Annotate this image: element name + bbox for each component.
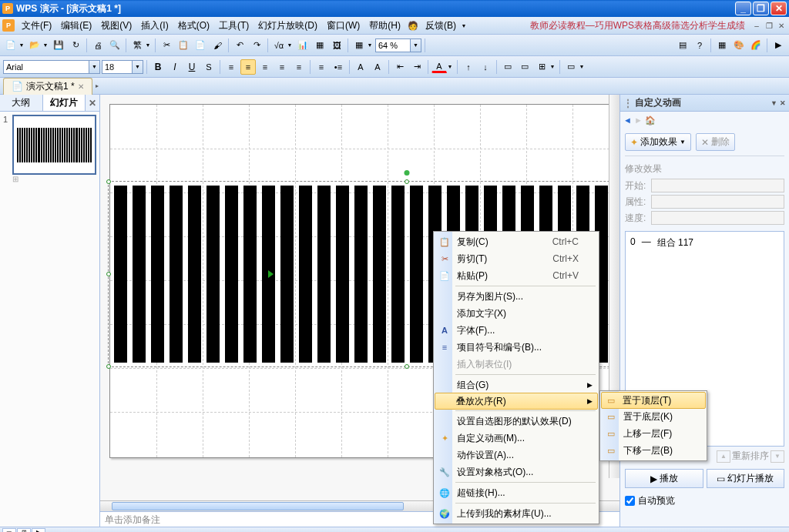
nav-back-icon[interactable]: ◄: [623, 115, 632, 125]
taskpane-close[interactable]: ✕: [780, 99, 786, 107]
menu-tools[interactable]: 工具(T): [214, 18, 253, 34]
sm-forward[interactable]: ▭上移一层(F): [602, 425, 705, 442]
resize-handle-nw[interactable]: [106, 179, 111, 184]
scroll-thumb[interactable]: [112, 502, 404, 510]
feedback-dropdown[interactable]: ▼: [461, 18, 468, 33]
nav-forward-icon[interactable]: ►: [634, 115, 643, 125]
sm-back[interactable]: ▭置于底层(K): [602, 408, 705, 425]
cm-copy[interactable]: 📋复制(C)Ctrl+C: [435, 233, 597, 250]
menu-edit[interactable]: 编辑(E): [56, 18, 96, 34]
menu-view[interactable]: 视图(V): [96, 18, 136, 34]
bring-front-button[interactable]: ▭: [500, 59, 515, 75]
cm-upload[interactable]: 🌍上传到我的素材库(U)...: [435, 505, 597, 522]
doc-icon[interactable]: P: [2, 19, 15, 32]
align-justify-button[interactable]: ≡: [274, 59, 290, 75]
nav-home-icon[interactable]: 🏠: [645, 115, 656, 125]
autopreview-row[interactable]: 自动预览: [625, 491, 784, 510]
cm-cut[interactable]: ✂剪切(T)Ctrl+X: [435, 250, 597, 267]
menu-format[interactable]: 格式(O): [173, 18, 214, 34]
menu-insert[interactable]: 插入(I): [136, 18, 173, 34]
font-size-input[interactable]: [102, 61, 132, 73]
cm-action[interactable]: 动作设置(A)...: [435, 447, 597, 463]
cm-default-autoshape[interactable]: 设置自选图形的默认效果(D): [435, 413, 597, 430]
view-show-button[interactable]: ▶: [32, 528, 45, 533]
mdi-restore[interactable]: ❐: [764, 21, 774, 30]
new-dropdown[interactable]: ▼: [18, 38, 25, 53]
copy-toolbar-button[interactable]: 📋: [176, 38, 191, 53]
speed-select[interactable]: [651, 211, 784, 225]
bullets-button[interactable]: •≡: [331, 59, 346, 75]
new-slide-button[interactable]: ▭: [563, 59, 579, 75]
view-sorter-button[interactable]: ⊞: [17, 528, 31, 533]
equation-button[interactable]: √α: [271, 38, 287, 53]
open-button[interactable]: 📂: [27, 38, 42, 53]
send-back-button[interactable]: ▭: [517, 59, 532, 75]
anim-scheme-button[interactable]: 🌈: [748, 38, 764, 53]
save-button[interactable]: 💾: [51, 38, 66, 53]
outline-close[interactable]: ✕: [86, 95, 99, 111]
resize-handle-sw[interactable]: [106, 364, 111, 369]
close-button[interactable]: ✕: [771, 2, 787, 15]
chart-button[interactable]: 📊: [295, 38, 311, 53]
slideshow-button[interactable]: ▶: [771, 38, 786, 53]
numbering-button[interactable]: ≡: [314, 59, 329, 75]
sm-backward[interactable]: ▭下移一层(B): [602, 442, 705, 459]
cm-group[interactable]: 组合(G)▶: [435, 376, 597, 393]
promo-link[interactable]: 教师必读教程—巧用WPS表格高级筛选分析学生成绩: [530, 19, 751, 32]
tab-scroll[interactable]: ▸: [96, 82, 99, 89]
cut-toolbar-button[interactable]: ✂: [159, 38, 174, 53]
new-button[interactable]: 📄: [3, 38, 18, 53]
cm-order[interactable]: 叠放次序(R)▶: [435, 393, 598, 410]
property-select[interactable]: [651, 195, 784, 209]
table-button[interactable]: ▦: [312, 38, 327, 53]
taskpane-button[interactable]: ▤: [675, 38, 690, 53]
convert-button[interactable]: 繁: [129, 38, 145, 53]
resize-handle-n[interactable]: [405, 179, 409, 184]
delete-effect-button[interactable]: ✕删除: [696, 133, 735, 151]
align-center-button[interactable]: ≡: [240, 59, 256, 75]
promote-button[interactable]: ↑: [461, 59, 476, 75]
italic-button[interactable]: I: [167, 59, 183, 75]
sm-front[interactable]: ▭置于顶层(T): [601, 392, 706, 409]
font-size-combo[interactable]: ▼: [102, 60, 143, 74]
doc-tab[interactable]: 📄 演示文稿1 * ✕: [3, 78, 92, 95]
paste-toolbar-button[interactable]: 📄: [193, 38, 208, 53]
reorder-down-button[interactable]: ▼: [771, 450, 784, 463]
font-smaller-button[interactable]: A: [370, 59, 385, 75]
view-normal-button[interactable]: ▭: [2, 528, 16, 533]
mdi-close[interactable]: ✕: [776, 21, 787, 30]
demote-button[interactable]: ↓: [478, 59, 493, 75]
cm-format-obj[interactable]: 🔧设置对象格式(O)...: [435, 463, 597, 480]
menu-help[interactable]: 帮助(H): [364, 18, 405, 34]
reload-button[interactable]: ↻: [68, 38, 83, 53]
doc-tab-close[interactable]: ✕: [78, 82, 84, 91]
font-larger-button[interactable]: A: [353, 59, 368, 75]
align-objects-button[interactable]: ⊞: [534, 59, 549, 75]
grid-button[interactable]: ▦: [351, 38, 367, 53]
menu-feedback[interactable]: 反馈(B): [421, 18, 461, 34]
cm-hyperlink[interactable]: 🌐超链接(H)...: [435, 484, 597, 501]
play-button[interactable]: ▶ 播放: [625, 469, 703, 488]
design-button[interactable]: 🎨: [731, 38, 747, 53]
maximize-button[interactable]: ❐: [753, 2, 769, 15]
add-effect-button[interactable]: ✦添加效果 ▼: [625, 133, 691, 151]
cm-paste[interactable]: 📄粘贴(P)Ctrl+V: [435, 267, 597, 284]
menu-window[interactable]: 窗口(W): [322, 18, 364, 34]
bold-button[interactable]: B: [150, 59, 166, 75]
reorder-up-button[interactable]: ▲: [717, 450, 730, 463]
menu-slideshow[interactable]: 幻灯片放映(D): [253, 18, 322, 34]
zoom-input[interactable]: [376, 39, 410, 52]
cm-font[interactable]: A字体(F)...: [435, 322, 597, 339]
cm-add-text[interactable]: 添加文字(X): [435, 305, 597, 322]
font-name-combo[interactable]: ▼: [3, 60, 100, 74]
tp-grip-icon[interactable]: ⋮: [623, 98, 633, 109]
cm-custom-anim[interactable]: ✦自定义动画(M)...: [435, 430, 597, 447]
align-right-button[interactable]: ≡: [257, 59, 273, 75]
print-button[interactable]: 🖨: [90, 38, 106, 53]
mdi-min[interactable]: –: [751, 21, 762, 30]
rotate-handle[interactable]: [405, 170, 410, 176]
zoom-combo[interactable]: ▼: [375, 38, 421, 52]
menu-file[interactable]: 文件(F): [17, 18, 56, 34]
cm-bullets[interactable]: ≡项目符号和编号(B)...: [435, 339, 597, 356]
outline-tab[interactable]: 大纲: [0, 95, 43, 111]
